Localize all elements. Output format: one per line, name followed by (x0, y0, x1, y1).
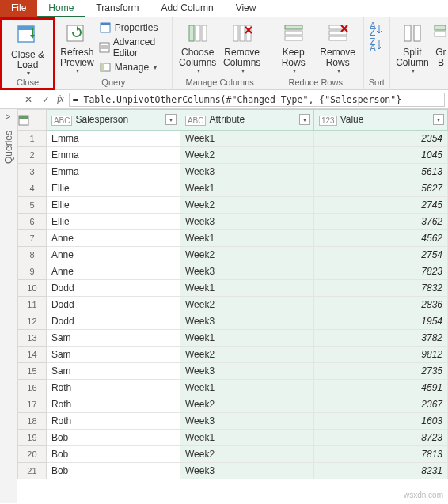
cell-attribute: Week2 (180, 347, 313, 363)
svg-rect-24 (329, 36, 347, 40)
manage-button[interactable]: Manage▾ (97, 60, 167, 74)
close-load-label: Close & Load (11, 50, 44, 70)
svg-text:A: A (370, 43, 376, 52)
remove-columns-button[interactable]: Remove Columns▾ (222, 19, 263, 75)
ribbon-group-label-query: Query (101, 78, 125, 89)
cell-value: 3782 (313, 330, 447, 347)
column-header-salesperson[interactable]: ABCSalesperson ▾ (46, 110, 180, 131)
table-row[interactable]: 16RothWeek14591 (18, 380, 448, 396)
filter-dropdown-icon[interactable]: ▾ (299, 114, 310, 125)
ribbon-group-close: Close & Load▾ Close (0, 17, 55, 90)
filter-dropdown-icon[interactable]: ▾ (165, 114, 177, 125)
row-number: 17 (18, 396, 47, 413)
cell-salesperson: Ellie (46, 197, 180, 214)
table-row[interactable]: 1EmmaWeek12354 (18, 131, 448, 147)
tab-home[interactable]: Home (37, 0, 85, 17)
properties-icon (99, 21, 112, 34)
col1-label: Salesperson (75, 114, 128, 125)
table-row[interactable]: 19BobWeek18723 (18, 430, 448, 446)
table-row[interactable]: 10DoddWeek17832 (18, 280, 448, 297)
table-row[interactable]: 7AnneWeek14562 (18, 230, 448, 247)
remove-columns-icon (230, 21, 255, 46)
ribbon-group-label-manage-columns: Manage Columns (186, 78, 254, 89)
tab-file[interactable]: File (0, 0, 37, 17)
sort-desc-button[interactable]: ZA (370, 38, 384, 52)
close-and-load-button[interactable]: Close & Load▾ (7, 21, 48, 78)
confirm-icon[interactable]: ✓ (40, 93, 52, 106)
cell-value: 5613 (313, 164, 447, 180)
table-row[interactable]: 21BobWeek38231 (18, 463, 448, 479)
table-row[interactable]: 8AnneWeek22754 (18, 247, 448, 263)
cell-salesperson: Dodd (46, 313, 180, 330)
group-by-label: Gr B (435, 47, 446, 68)
ribbon-group-label-close: Close (17, 78, 39, 89)
cell-value: 2367 (313, 396, 447, 413)
choose-columns-button[interactable]: Choose Columns▾ (177, 19, 218, 75)
cell-attribute: Week3 (180, 363, 313, 380)
tab-add-column[interactable]: Add Column (150, 0, 225, 17)
svg-text:Z: Z (370, 27, 375, 36)
ribbon: Close & Load▾ Close Refresh Preview▾ Pro… (0, 17, 448, 90)
properties-button[interactable]: Properties (97, 21, 167, 35)
table-row[interactable]: 13SamWeek13782 (18, 330, 448, 347)
type-number-icon: 123 (319, 116, 337, 126)
type-text-icon: ABC (185, 116, 207, 126)
dropdown-arrow-icon: ▾ (27, 70, 30, 78)
row-number: 14 (18, 347, 47, 363)
formula-input[interactable] (69, 93, 445, 107)
table-row[interactable]: 6EllieWeek33762 (18, 214, 448, 230)
split-column-button[interactable]: Split Column▾ (395, 19, 430, 75)
table-row[interactable]: 15SamWeek32735 (18, 363, 448, 380)
svg-rect-34 (435, 32, 446, 36)
row-number: 13 (18, 330, 47, 347)
ribbon-group-split: Split Column▾ Gr B (390, 17, 448, 90)
cell-attribute: Week1 (180, 380, 313, 396)
row-number: 3 (18, 164, 47, 180)
cell-salesperson: Anne (46, 230, 180, 247)
remove-rows-button[interactable]: Remove Rows▾ (317, 19, 359, 75)
tab-view[interactable]: View (225, 0, 268, 17)
svg-rect-13 (202, 25, 207, 41)
dropdown-arrow-icon: ▾ (197, 68, 200, 75)
table-row[interactable]: 11DoddWeek22836 (18, 297, 448, 313)
table-row[interactable]: 12DoddWeek31954 (18, 313, 448, 330)
cell-salesperson: Emma (46, 147, 180, 164)
keep-rows-label: Keep Rows (282, 47, 306, 68)
table-row[interactable]: 2EmmaWeek21045 (18, 147, 448, 164)
ribbon-group-sort: AZ ZA Sort (364, 17, 390, 90)
cancel-icon[interactable]: ✕ (22, 93, 35, 106)
ribbon-group-manage-columns: Choose Columns▾ Remove Columns▾ Manage C… (173, 17, 268, 90)
group-by-button[interactable]: Gr B (433, 19, 448, 68)
properties-label: Properties (115, 22, 158, 33)
table-row[interactable]: 14SamWeek29812 (18, 347, 448, 363)
table-row[interactable]: 18RothWeek31603 (18, 413, 448, 430)
tab-transform[interactable]: Transform (85, 0, 150, 17)
row-number: 2 (18, 147, 47, 164)
cell-value: 2754 (313, 247, 447, 263)
table-corner[interactable] (18, 110, 47, 131)
queries-label: Queries (3, 131, 14, 164)
table-row[interactable]: 20BobWeek27813 (18, 446, 448, 463)
row-number: 21 (18, 463, 47, 479)
split-column-icon (400, 21, 425, 46)
column-header-value[interactable]: 123Value ▾ (313, 110, 447, 131)
queries-sidebar[interactable]: > Queries (0, 109, 17, 503)
table-row[interactable]: 9AnneWeek37823 (18, 263, 448, 280)
dropdown-arrow-icon: ▾ (154, 64, 157, 71)
table-row[interactable]: 4EllieWeek15627 (18, 180, 448, 197)
sort-asc-button[interactable]: AZ (370, 22, 384, 36)
row-number: 8 (18, 247, 47, 263)
row-number: 19 (18, 430, 47, 446)
fx-icon[interactable]: fx (57, 93, 64, 105)
table-row[interactable]: 17RothWeek22367 (18, 396, 448, 413)
column-header-attribute[interactable]: ABCAttribute ▾ (180, 110, 313, 131)
filter-dropdown-icon[interactable]: ▾ (433, 114, 444, 125)
keep-rows-button[interactable]: Keep Rows▾ (273, 19, 314, 75)
ribbon-group-reduce-rows: Keep Rows▾ Remove Rows▾ Reduce Rows (268, 17, 364, 90)
table-row[interactable]: 3EmmaWeek35613 (18, 164, 448, 180)
cell-attribute: Week2 (180, 197, 313, 214)
refresh-preview-button[interactable]: Refresh Preview▾ (60, 19, 94, 75)
dropdown-arrow-icon: ▾ (412, 68, 415, 75)
advanced-editor-button[interactable]: Advanced Editor (97, 36, 167, 59)
table-row[interactable]: 5EllieWeek22745 (18, 197, 448, 214)
